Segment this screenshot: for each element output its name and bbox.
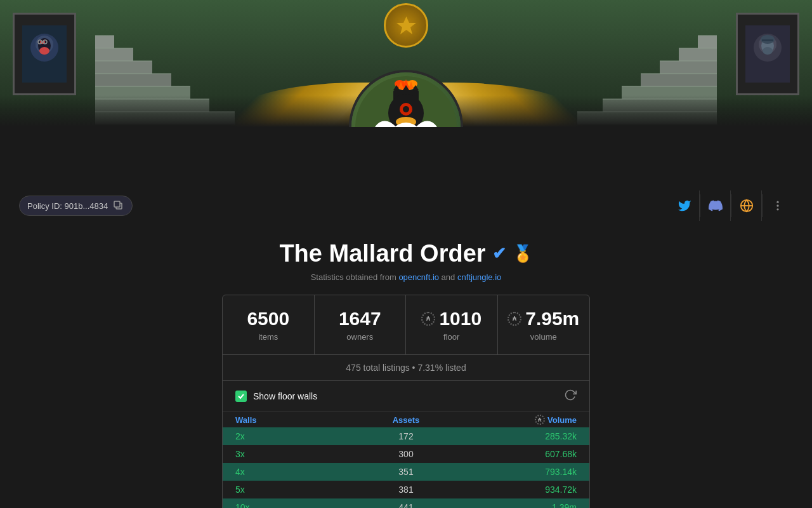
listings-row: 475 total listings • 7.31% listed <box>223 355 589 381</box>
row-assets-4: 441 <box>349 502 462 508</box>
table-row: 2x 172 285.32k <box>223 427 589 445</box>
svg-rect-34 <box>641 74 717 86</box>
crest-symbol <box>384 3 428 48</box>
avatar <box>349 70 463 127</box>
col-header-assets: Assets <box>349 415 462 425</box>
stat-owners: 1647 owners <box>315 295 407 354</box>
row-walls-1: 3x <box>235 449 349 459</box>
title-section: The Mallard Order ✔ 🏅 Statistics obtaine… <box>279 240 532 282</box>
svg-marker-16 <box>396 17 416 34</box>
policy-badge: Policy ID: 901b...4834 <box>19 196 133 216</box>
svg-rect-22 <box>95 48 133 61</box>
checkbox-label: Show floor walls <box>253 391 317 401</box>
row-volume-1: 607.68k <box>463 449 577 459</box>
table-row: 5x 381 934.72k <box>223 481 589 498</box>
svg-point-72 <box>776 208 778 210</box>
volume-label: volume <box>508 332 580 342</box>
ada-icon-floor: ₳ <box>421 312 435 326</box>
svg-rect-36 <box>679 48 717 61</box>
svg-rect-37 <box>698 36 717 48</box>
svg-point-15 <box>763 47 773 55</box>
listings-text: 475 total listings • 7.31% listed <box>346 363 466 373</box>
svg-rect-23 <box>95 36 114 48</box>
row-assets-0: 172 <box>349 431 462 441</box>
title-text: The Mallard Order <box>279 240 485 267</box>
social-icons <box>669 190 793 221</box>
more-options-button[interactable] <box>763 190 793 221</box>
items-label: items <box>232 332 304 342</box>
ada-icon-volume: ₳ <box>508 312 521 326</box>
source-link-cnftjungle[interactable]: cnftjungle.io <box>457 272 501 282</box>
website-button[interactable] <box>731 190 762 221</box>
twitter-button[interactable] <box>669 190 700 221</box>
col-header-walls: Walls <box>235 415 349 425</box>
volume-value: ₳ 7.95m <box>508 308 580 330</box>
svg-point-70 <box>776 201 778 203</box>
collection-title: The Mallard Order ✔ 🏅 <box>279 240 532 267</box>
row-assets-2: 351 <box>349 467 462 477</box>
row-volume-2: 793.14k <box>463 467 577 477</box>
stats-grid: 6500 items 1647 owners ₳ 1010 floor ₳ 7.… <box>223 295 589 355</box>
row-volume-0: 285.32k <box>463 431 577 441</box>
col-header-volume: ₳ Volume <box>463 415 577 425</box>
stats-source: Statistics obtained from opencnft.io and… <box>279 272 532 282</box>
row-walls-3: 5x <box>235 485 349 495</box>
policy-id-label: Policy ID: 901b...4834 <box>27 201 108 211</box>
show-floor-walls-row: Show floor walls <box>223 381 589 412</box>
show-floor-walls-checkbox[interactable] <box>235 391 247 402</box>
discord-button[interactable] <box>700 190 731 221</box>
svg-rect-35 <box>660 61 717 74</box>
svg-rect-20 <box>95 74 171 86</box>
floor-label: floor <box>416 332 488 342</box>
row-walls-2: 4x <box>235 467 349 477</box>
stats-box: 6500 items 1647 owners ₳ 1010 floor ₳ 7.… <box>222 295 590 508</box>
owners-value: 1647 <box>324 308 396 330</box>
svg-point-8 <box>39 47 49 55</box>
stat-volume: ₳ 7.95m volume <box>498 295 590 354</box>
ada-icon-header: ₳ <box>535 415 545 425</box>
table-row: 10x 441 1.39m <box>223 498 589 508</box>
table-row: 4x 351 793.14k <box>223 463 589 481</box>
owners-label: owners <box>324 332 396 342</box>
row-walls-0: 2x <box>235 431 349 441</box>
table-row: 3x 300 607.68k <box>223 445 589 463</box>
row-assets-3: 381 <box>349 485 462 495</box>
row-volume-3: 934.72k <box>463 485 577 495</box>
svg-rect-14 <box>762 39 773 41</box>
items-value: 6500 <box>232 308 304 330</box>
row-volume-4: 1.39m <box>463 502 577 508</box>
header-row: Policy ID: 901b...4834 <box>0 184 812 227</box>
right-artwork <box>736 13 799 95</box>
svg-rect-67 <box>114 201 120 207</box>
left-artwork <box>13 13 76 95</box>
stat-floor: ₳ 1010 floor <box>406 295 498 354</box>
walls-table: Walls Assets ₳ Volume 2x 172 285.32k 3x … <box>223 412 589 508</box>
floor-value: ₳ 1010 <box>416 308 488 330</box>
svg-rect-21 <box>95 61 152 74</box>
svg-point-71 <box>776 204 778 206</box>
copy-button[interactable] <box>113 200 124 211</box>
main-content: Policy ID: 901b...4834 <box>0 127 812 508</box>
source-link-opencnft[interactable]: opencnft.io <box>398 272 439 282</box>
table-rows: 2x 172 285.32k 3x 300 607.68k 4x 351 793… <box>223 427 589 508</box>
verified-badge: ✔ <box>492 244 506 264</box>
row-walls-4: 10x <box>235 502 349 508</box>
gold-badge: 🏅 <box>513 244 533 264</box>
stat-items: 6500 items <box>223 295 315 354</box>
refresh-button[interactable] <box>564 389 577 404</box>
row-assets-1: 300 <box>349 449 462 459</box>
collection-banner <box>0 0 812 127</box>
svg-point-58 <box>403 106 409 112</box>
table-header: Walls Assets ₳ Volume <box>223 412 589 427</box>
